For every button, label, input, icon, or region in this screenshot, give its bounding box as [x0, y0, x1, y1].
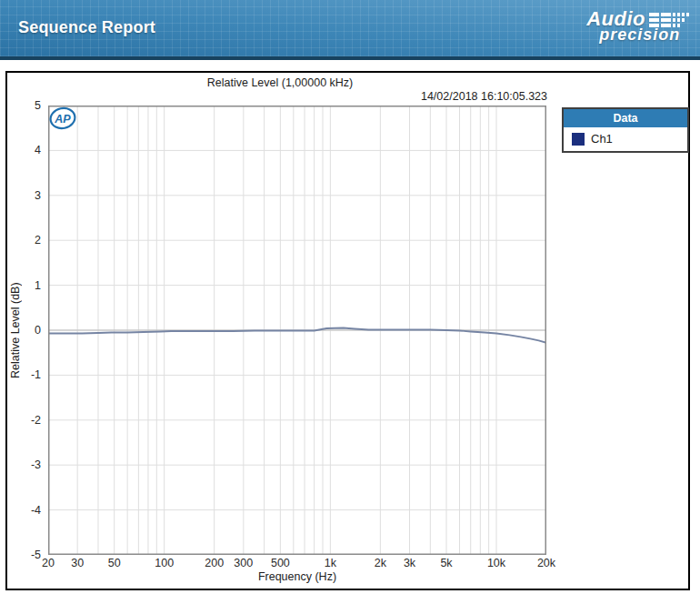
- frequency-response-chart: [48, 106, 546, 555]
- y-tick-label: 3: [8, 189, 41, 202]
- ap-watermark-icon: AP: [48, 106, 77, 131]
- y-tick-label: -4: [8, 504, 41, 517]
- chart-title: Relative Level (1,00000 kHz): [7, 76, 553, 89]
- ch1-color-swatch: [572, 133, 585, 146]
- y-tick-label: -1: [8, 368, 41, 381]
- legend-header: Data: [564, 109, 687, 127]
- x-axis-title: Frequency (Hz): [48, 570, 546, 583]
- report-frame: Relative Level (1,00000 kHz) 14/02/2018 …: [5, 71, 690, 590]
- plot-area: AP: [48, 106, 546, 555]
- timestamp: 14/02/2018 16:10:05.323: [7, 90, 547, 103]
- y-tick-label: 1: [8, 279, 41, 292]
- sequence-report-window: { "header": { "title": "Sequence Report"…: [0, 0, 700, 594]
- page-title: Sequence Report: [18, 18, 155, 37]
- svg-text:AP: AP: [54, 113, 71, 126]
- x-tick-label: 3k: [404, 557, 415, 569]
- y-tick-label: 4: [8, 144, 41, 156]
- legend-label-ch1: Ch1: [591, 132, 613, 146]
- app-header: Sequence Report Audio precision: [0, 0, 700, 60]
- x-tick-label: 30: [71, 557, 84, 569]
- y-tick-label: 5: [8, 99, 41, 112]
- y-tick-label: -5: [8, 549, 41, 561]
- legend-box: Data Ch1: [562, 107, 689, 153]
- x-tick-label: 300: [234, 557, 253, 569]
- x-tick-label: 1k: [325, 557, 336, 569]
- y-tick-label: 2: [8, 234, 41, 247]
- y-tick-label: -3: [8, 458, 41, 471]
- x-tick-label: 100: [155, 557, 174, 569]
- y-tick-label: -2: [8, 414, 41, 427]
- x-tick-label: 2k: [375, 557, 386, 569]
- x-tick-label: 10k: [487, 557, 505, 569]
- x-tick-label: 20k: [537, 557, 555, 569]
- x-tick-label: 20: [42, 557, 55, 569]
- x-axis-ticks: 2030501002003005001k2k3k5k10k20k: [48, 557, 546, 571]
- legend-row-ch1: Ch1: [564, 127, 687, 151]
- x-tick-label: 200: [205, 557, 224, 569]
- audio-precision-logo: Audio precision: [586, 9, 689, 43]
- logo-word-precision: precision: [599, 26, 689, 43]
- x-tick-label: 500: [271, 557, 290, 569]
- x-tick-label: 50: [108, 557, 121, 569]
- x-tick-label: 5k: [440, 557, 452, 569]
- y-tick-label: 0: [8, 324, 41, 337]
- y-axis-ticks: 543210-1-2-3-4-5: [7, 106, 45, 555]
